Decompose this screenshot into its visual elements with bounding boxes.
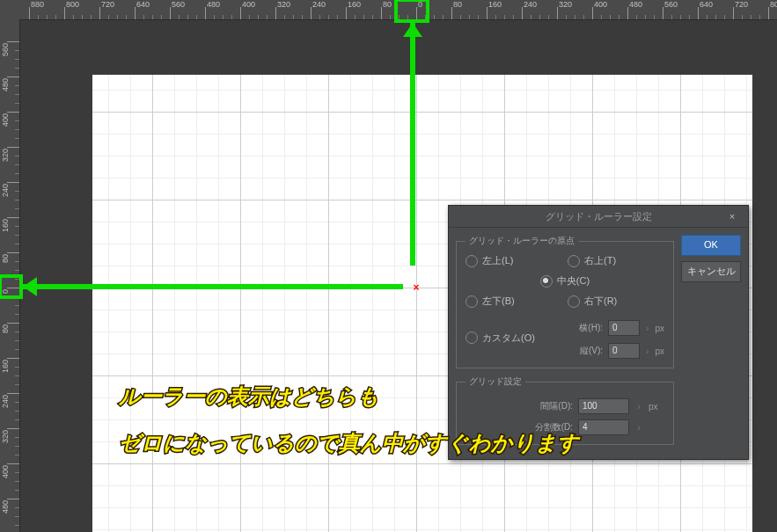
h-label: 横(H): — [568, 322, 603, 334]
v-unit: px — [655, 346, 664, 356]
div-input[interactable]: 4 — [578, 419, 629, 435]
gap-input[interactable]: 100 — [578, 398, 629, 414]
highlight-v-zero — [0, 274, 23, 299]
arrow-to-v-zero — [23, 284, 403, 289]
radio-center[interactable]: 中央(C) — [465, 274, 664, 288]
h-input[interactable]: 0 — [608, 320, 640, 336]
ok-button[interactable]: OK — [681, 235, 741, 256]
arrow-to-h-zero — [410, 23, 415, 266]
v-spin-icon[interactable]: › — [645, 346, 649, 356]
radio-bottom-left[interactable]: 左下(B) — [465, 295, 562, 308]
v-label: 縦(V): — [568, 345, 603, 357]
h-spin-icon[interactable]: › — [645, 324, 649, 333]
grid-legend: グリッド設定 — [465, 375, 525, 388]
radio-top-left[interactable]: 左上(L) — [465, 254, 562, 267]
close-icon[interactable]: × — [722, 206, 743, 227]
annotation-line2: ゼロになっているので真ん中がすぐわかります — [119, 426, 579, 460]
grid-ruler-settings-dialog[interactable]: グリッド・ルーラー設定 × グリッド・ルーラーの原点 左上(L) 右上(T) 中… — [448, 205, 749, 460]
dialog-title: グリッド・ルーラー設定 — [546, 211, 652, 222]
annotation-line1: ルーラーの表示はどちらも — [119, 380, 379, 413]
cancel-button[interactable]: キャンセル — [681, 261, 741, 282]
gap-label: 間隔(D): — [525, 400, 573, 412]
gap-unit: px — [649, 402, 664, 412]
radio-custom[interactable]: カスタム(O) — [465, 317, 562, 359]
ruler-corner — [0, 0, 20, 20]
origin-marker-icon: × — [413, 281, 419, 294]
origin-legend: グリッド・ルーラーの原点 — [465, 235, 578, 247]
dialog-titlebar[interactable]: グリッド・ルーラー設定 × — [449, 206, 748, 228]
arrow-head-up-icon — [403, 23, 422, 37]
arrow-head-left-icon — [23, 277, 37, 296]
gap-spin-icon[interactable]: › — [634, 402, 643, 412]
radio-top-right[interactable]: 右上(T) — [568, 254, 664, 267]
h-unit: px — [655, 324, 664, 333]
div-spin-icon[interactable]: › — [634, 423, 643, 433]
v-input[interactable]: 0 — [608, 343, 640, 359]
radio-bottom-right[interactable]: 右下(R) — [568, 295, 664, 308]
origin-fieldset: グリッド・ルーラーの原点 左上(L) 右上(T) 中央(C) 左下(B) 右下(… — [456, 235, 674, 368]
highlight-h-zero — [394, 0, 429, 23]
